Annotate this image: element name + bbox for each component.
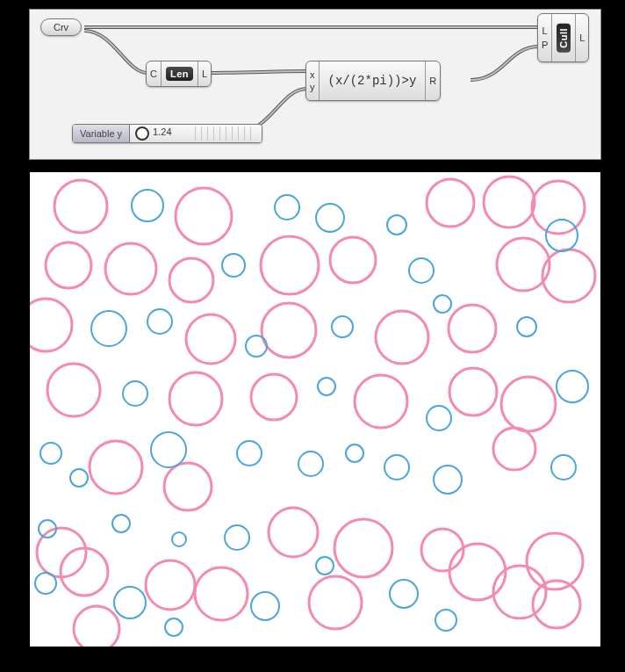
len-cap: Len [166,67,193,81]
cull-output-l[interactable]: L [575,14,588,61]
svg-point-49 [332,316,353,337]
svg-point-66 [112,515,130,532]
svg-point-4 [532,181,585,234]
svg-point-31 [449,544,506,600]
svg-point-3 [484,177,535,228]
expr-input-y[interactable]: y [310,82,315,92]
svg-point-10 [497,238,550,291]
svg-point-34 [195,567,248,620]
svg-point-17 [47,364,100,416]
svg-point-47 [147,309,172,334]
svg-point-27 [61,548,108,596]
expr-body[interactable]: (x/(2*pi))>y [319,61,426,100]
svg-point-7 [169,258,213,302]
svg-point-38 [74,606,119,647]
svg-point-33 [146,560,195,610]
expr-input-x[interactable]: x [310,69,315,80]
svg-point-52 [123,381,147,406]
svg-point-36 [493,566,546,618]
svg-point-71 [35,573,56,594]
svg-point-60 [298,452,323,476]
svg-point-0 [54,180,107,233]
svg-point-28 [269,508,318,557]
svg-point-11 [542,249,595,302]
svg-point-19 [251,374,297,420]
svg-point-70 [390,580,418,608]
svg-point-64 [551,455,576,480]
svg-point-59 [237,441,262,466]
svg-point-46 [91,311,126,346]
svg-point-37 [533,581,580,628]
svg-point-23 [90,441,142,494]
svg-point-72 [114,587,146,618]
svg-point-20 [355,375,407,428]
svg-point-61 [346,444,363,462]
variable-y-slider[interactable]: Variable y 1.24 [72,124,262,143]
svg-point-30 [421,529,463,571]
cull-cap: Cull [557,24,571,53]
svg-point-50 [434,295,451,313]
svg-point-21 [449,368,497,415]
svg-point-35 [309,576,362,629]
svg-point-62 [384,455,409,480]
expr-output-r[interactable]: R [425,61,440,100]
svg-point-15 [376,311,428,364]
svg-point-53 [318,378,335,395]
svg-point-41 [316,204,344,232]
svg-point-58 [151,432,186,467]
svg-point-24 [164,463,212,510]
length-component[interactable]: C Len L [146,61,212,87]
svg-point-54 [427,406,451,430]
svg-point-9 [330,237,376,283]
svg-point-8 [261,236,319,294]
svg-point-39 [132,190,163,221]
svg-point-5 [46,242,91,288]
slider-label: Variable y [73,125,130,142]
slider-track[interactable]: 1.24 [130,125,262,142]
cull-component[interactable]: L P Cull L [537,13,589,62]
slider-value: 1.24 [153,126,171,137]
svg-point-2 [427,179,474,227]
len-input-c[interactable]: C [147,61,161,86]
svg-point-75 [165,618,183,636]
svg-point-55 [557,371,588,402]
svg-point-43 [222,254,245,277]
svg-point-16 [449,305,496,352]
svg-point-73 [251,592,279,620]
svg-point-44 [409,258,434,283]
svg-point-13 [186,314,235,364]
svg-point-12 [30,299,72,351]
svg-point-22 [501,377,556,431]
svg-point-18 [169,372,222,425]
cull-input-l[interactable]: L [542,25,548,36]
svg-point-68 [225,525,249,550]
definition-panel: Crv C Len L x y (x/(2*pi))>y R L P Cull … [29,9,601,160]
svg-point-6 [105,243,156,294]
svg-point-29 [334,519,392,577]
svg-point-45 [546,220,578,251]
crv-param[interactable]: Crv [40,18,82,36]
svg-point-74 [435,610,456,631]
svg-point-69 [316,557,334,574]
svg-point-42 [387,215,406,235]
selected-circles [30,177,595,647]
svg-point-67 [172,532,186,546]
svg-point-63 [434,466,462,494]
svg-point-48 [246,336,267,357]
expression-component[interactable]: x y (x/(2*pi))>y R [305,61,441,101]
svg-point-51 [517,317,536,336]
slider-ticks [195,126,256,141]
svg-point-1 [176,188,232,244]
svg-point-25 [493,428,535,470]
svg-point-14 [262,303,316,358]
cull-input-p[interactable]: P [542,40,548,50]
svg-point-40 [275,195,299,220]
len-output-l[interactable]: L [198,61,211,86]
svg-point-57 [70,469,88,487]
slider-grip[interactable] [135,126,149,141]
svg-point-56 [40,443,61,464]
viewport-preview [29,171,601,647]
